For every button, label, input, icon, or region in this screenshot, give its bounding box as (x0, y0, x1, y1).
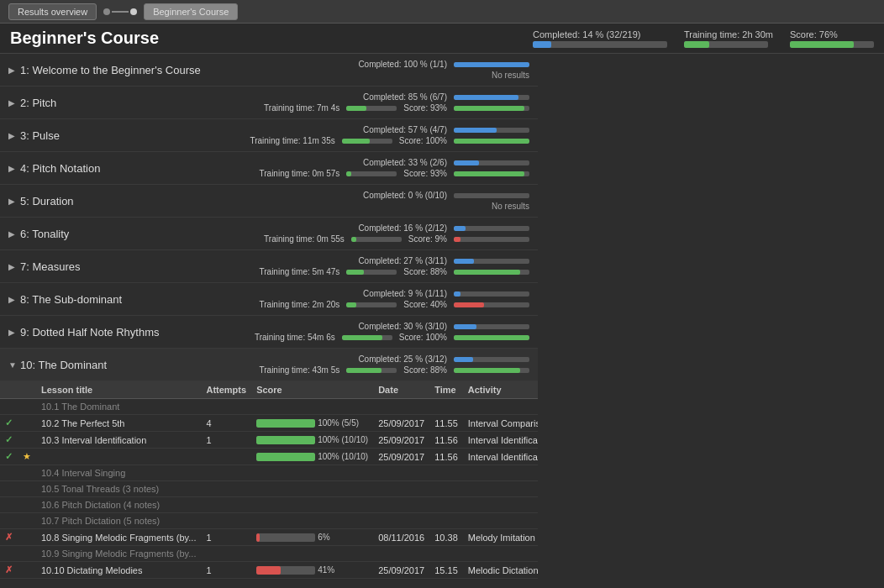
lesson-title-cell: 10.8 Singing Melodic Fragments (by... (36, 529, 201, 546)
chapter-completed-label: Completed: 27 % (3/11) (358, 256, 447, 265)
score-cell (251, 579, 373, 582)
date-cell (373, 399, 429, 415)
table-row[interactable]: ✗10.10 Dictating Melodies141%25/09/20171… (0, 562, 538, 579)
chapter-row-7[interactable]: ▶7: MeasuresCompleted: 27 % (3/11)Traini… (0, 250, 538, 283)
check-cell: ✗ (0, 529, 18, 546)
chapter-row-6[interactable]: ▶6: TonalityCompleted: 16 % (2/12)Traini… (0, 218, 538, 250)
chapter-toggle-icon: ▶ (8, 164, 20, 173)
chapter-name: 3: Pulse (20, 129, 227, 142)
table-row[interactable]: ✓★100% (10/10)25/09/201711.56Interval Id… (0, 449, 538, 465)
chapter-toggle-icon: ▶ (8, 98, 20, 108)
chapter-score-label: Score: 9% (408, 234, 447, 244)
chapter-row-5[interactable]: ▶5: DurationCompleted: 0 % (0/10)No resu… (0, 185, 538, 218)
check-cell: ✓ (0, 449, 18, 465)
score-cell (251, 497, 373, 513)
chapter-stats: Completed: 30 % (3/10)Training time: 54m… (227, 322, 529, 342)
chapter-row-3[interactable]: ▶3: PulseCompleted: 57 % (4/7)Training t… (0, 119, 538, 152)
check-cell (0, 497, 18, 513)
chapter-row-9[interactable]: ▶9: Dotted Half Note RhythmsCompleted: 3… (0, 316, 538, 349)
table-header-activity: Activity (463, 381, 538, 399)
chapter-score-label: Score: 93% (403, 169, 447, 178)
table-row[interactable]: 10.1 The Dominant (0, 399, 538, 415)
attempts-cell (201, 465, 251, 481)
chapter-row-1[interactable]: ▶1: Welcome to the Beginner's CourseComp… (0, 54, 538, 87)
score-cell: 100% (10/10) (251, 432, 373, 449)
check-cell (0, 465, 18, 481)
completed-bar-fill (533, 41, 551, 48)
chapter-training-label: Training time: 0m 55s (264, 234, 345, 244)
top-nav: Results overview Beginner's Course (0, 0, 884, 24)
date-cell: 25/09/2017 (373, 562, 429, 579)
star-cell (18, 465, 36, 481)
check-cell (0, 579, 18, 582)
training-bar-fill (684, 41, 709, 48)
date-cell (373, 497, 429, 513)
main-content: ▶1: Welcome to the Beginner's CourseComp… (0, 54, 884, 581)
score-cell (251, 399, 373, 415)
chapter-toggle-icon: ▶ (8, 197, 20, 206)
star-cell (18, 513, 36, 529)
chapter-training-label: Training time: 7m 4s (264, 103, 339, 113)
table-row[interactable]: ✓10.3 Interval Identification1100% (10/1… (0, 432, 538, 449)
chapter-score-label: Score: 88% (403, 267, 447, 276)
chapter-row-8[interactable]: ▶8: The Sub-dominantCompleted: 9 % (1/11… (0, 283, 538, 316)
table-row[interactable]: 10.9 Singing Melodic Fragments (by... (0, 546, 538, 562)
time-cell (429, 399, 463, 415)
time-cell (429, 513, 463, 529)
chapter-toggle-icon: ▼ (8, 360, 20, 370)
chapter-training-label: Training time: 2m 20s (260, 300, 340, 309)
chapter-completed-label: Completed: 33 % (2/6) (363, 158, 447, 167)
attempts-cell: 4 (201, 415, 251, 432)
score-cell (251, 546, 373, 562)
check-cell (0, 481, 18, 497)
activity-cell: Interval Identification (463, 432, 538, 449)
check-cell: ✓ (0, 432, 18, 449)
chapter-toggle-icon: ▶ (8, 131, 20, 140)
date-cell (373, 481, 429, 497)
score-bar-fill (790, 41, 854, 48)
beginners-course-btn[interactable]: Beginner's Course (144, 3, 238, 20)
chapter-row-2[interactable]: ▶2: PitchCompleted: 85 % (6/7)Training t… (0, 87, 538, 119)
star-cell (18, 415, 36, 432)
chapter-stats: Completed: 0 % (0/10)No results (227, 191, 529, 211)
time-cell: 11.55 (429, 415, 463, 432)
date-cell (373, 546, 429, 562)
table-row[interactable]: 10.7 Pitch Dictation (5 notes) (0, 513, 538, 529)
chapter-name: 4: Pitch Notation (20, 162, 227, 175)
attempts-cell: 1 (201, 432, 251, 449)
table-row[interactable]: 10.4 Interval Singing (0, 465, 538, 481)
check-cell: ✗ (0, 562, 18, 579)
table-row[interactable]: 10.5 Tonal Threads (3 notes) (0, 481, 538, 497)
score-cell: 41% (251, 562, 373, 579)
no-results-label: No results (492, 71, 529, 80)
chapter-name: 6: Tonality (20, 228, 227, 240)
table-row[interactable]: 10.11 Singing A Tune: Frère Jacques (0, 579, 538, 582)
header-stats: Completed: 14 % (32/219) Training time: … (533, 29, 874, 48)
attempts-cell (201, 546, 251, 562)
lesson-title-cell: 10.4 Interval Singing (36, 465, 201, 481)
table-header- (18, 381, 36, 399)
table-row[interactable]: 10.6 Pitch Dictation (4 notes) (0, 497, 538, 513)
table-row[interactable]: ✓10.2 The Perfect 5th4100% (5/5)25/09/20… (0, 415, 538, 432)
time-cell (429, 579, 463, 582)
chapter-name: 2: Pitch (20, 97, 227, 109)
lesson-title-cell: 10.9 Singing Melodic Fragments (by... (36, 546, 201, 562)
attempts-cell (201, 399, 251, 415)
results-overview-btn[interactable]: Results overview (8, 3, 97, 20)
chapter-row-4[interactable]: ▶4: Pitch NotationCompleted: 33 % (2/6)T… (0, 152, 538, 185)
lesson-title-cell: 10.5 Tonal Threads (3 notes) (36, 481, 201, 497)
training-bar-container (684, 41, 768, 48)
chapter-stats: Completed: 25 % (3/12)Training time: 43m… (227, 354, 529, 375)
chapter-completed-label: Completed: 30 % (3/10) (358, 322, 447, 331)
lesson-title-cell: 10.2 The Perfect 5th (36, 415, 201, 432)
star-cell (18, 497, 36, 513)
chapter-stats: Completed: 27 % (3/11)Training time: 5m … (227, 256, 529, 276)
table-row[interactable]: ✗10.8 Singing Melodic Fragments (by...16… (0, 529, 538, 546)
chapter-completed-label: Completed: 85 % (6/7) (363, 92, 447, 102)
star-cell (18, 529, 36, 546)
check-cell: ✓ (0, 415, 18, 432)
star-cell (18, 546, 36, 562)
chapter-row-10[interactable]: ▼10: The DominantCompleted: 25 % (3/12)T… (0, 349, 538, 381)
activity-cell (463, 546, 538, 562)
time-cell: 10.38 (429, 529, 463, 546)
